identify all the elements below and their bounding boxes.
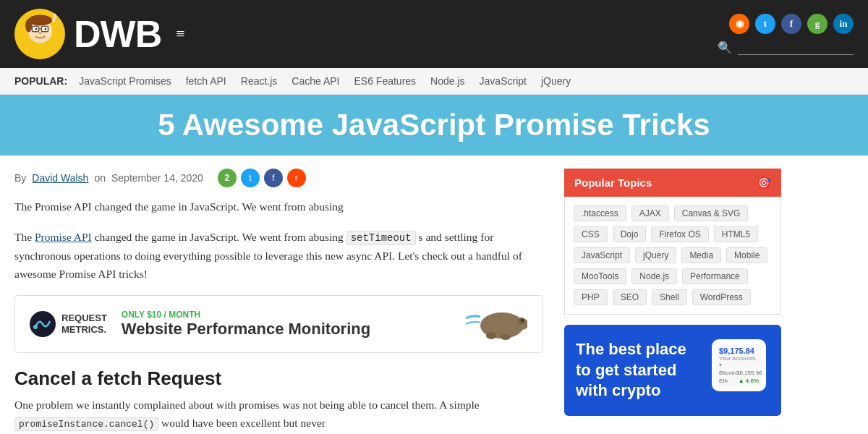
topic-mobile[interactable]: Mobile <box>726 247 767 263</box>
header-left: DWB ≡ <box>14 9 185 59</box>
header-right: ◉ t f g in 🔍 <box>718 14 854 55</box>
ad-logo-line2: METRICS. <box>61 324 107 336</box>
reddit-share-button[interactable]: r <box>287 169 306 187</box>
google-icon[interactable]: g <box>807 14 827 34</box>
section-heading-1: Cancel a fetch Request <box>14 367 542 390</box>
phone-bitcoin-row: Bitcoin $6,155.96 <box>719 370 759 376</box>
popular-link-6[interactable]: JavaScript <box>480 75 527 87</box>
topic-mootools[interactable]: MooTools <box>574 268 626 284</box>
crypto-ad-text: The best place to get started with crypt… <box>576 339 703 401</box>
topic-ajax[interactable]: AJAX <box>631 205 669 221</box>
ad-logo-text: REQUEST METRICS. <box>61 312 107 335</box>
by-text: By <box>14 172 26 184</box>
svg-point-3 <box>25 19 32 33</box>
ad-image <box>455 304 527 344</box>
topic-firefox-os[interactable]: Firefox OS <box>651 226 708 242</box>
settimeout-code: setTimeout <box>346 231 416 245</box>
ad-price: ONLY $10 / MONTH <box>122 310 441 320</box>
topic-css[interactable]: CSS <box>574 226 608 242</box>
crypto-phone: $9,175.84 Your Accounts ▾ Bitcoin $6,155… <box>712 339 770 391</box>
popular-link-1[interactable]: fetch API <box>186 75 226 87</box>
rss-icon[interactable]: ◉ <box>729 14 749 34</box>
topic-nodejs[interactable]: Node.js <box>631 268 677 284</box>
svg-point-6 <box>35 27 37 30</box>
target-icon: 🎯 <box>757 176 771 190</box>
topic-dojo[interactable]: Dojo <box>613 226 647 242</box>
search-icon: 🔍 <box>718 41 732 54</box>
topic-wordpress[interactable]: WordPress <box>692 289 751 305</box>
ad-headline: Website Performance Monitoring <box>122 320 441 339</box>
ad-logo-icon <box>30 311 56 337</box>
svg-point-21 <box>521 319 524 322</box>
topic-media[interactable]: Media <box>681 247 721 263</box>
site-title-text: DWB <box>74 12 161 56</box>
share-icons: 2 t f r <box>218 169 306 187</box>
promise-api-link-inline[interactable]: Promise API <box>35 231 92 243</box>
topics-body: .htaccess AJAX Canvas & SVG CSS Dojo Fir… <box>564 197 781 315</box>
ad-logo: REQUEST METRICS. <box>30 311 107 337</box>
eth-value: ▲ 4.6% <box>739 378 759 384</box>
crypto-ad-heading: The best place to get started with crypt… <box>576 339 703 401</box>
popular-bar: POPULAR: JavaScript Promises fetch API R… <box>0 68 868 95</box>
popular-link-3[interactable]: Cache API <box>292 75 339 87</box>
section-text-part1: One problem we instantly complained abou… <box>14 399 480 411</box>
author-line: By David Walsh on September 14, 2020 2 t… <box>14 169 542 187</box>
ad-main-text: ONLY $10 / MONTH Website Performance Mon… <box>122 310 441 339</box>
popular-link-4[interactable]: ES6 Features <box>354 75 417 87</box>
popular-link-7[interactable]: jQuery <box>541 75 571 87</box>
search-bar: 🔍 <box>718 40 854 55</box>
topic-performance[interactable]: Performance <box>682 268 748 284</box>
twitter-share-button[interactable]: t <box>241 169 260 187</box>
topic-javascript[interactable]: JavaScript <box>574 247 630 263</box>
bitcoin-label: Bitcoin <box>719 370 736 376</box>
section-text-1: One problem we instantly complained abou… <box>14 396 542 433</box>
menu-icon[interactable]: ≡ <box>176 25 184 43</box>
topic-htaccess[interactable]: .htaccess <box>574 205 626 221</box>
topic-html5[interactable]: HTML5 <box>714 226 758 242</box>
svg-point-15 <box>33 325 38 329</box>
topic-seo[interactable]: SEO <box>613 289 647 305</box>
bitcoin-value: $6,155.96 <box>736 370 762 376</box>
ad-logo-line1: REQUEST <box>61 312 107 324</box>
popular-link-0[interactable]: JavaScript Promises <box>79 75 171 87</box>
eth-label: Eth <box>719 378 728 384</box>
crypto-ad-banner[interactable]: The best place to get started with crypt… <box>564 325 781 416</box>
topic-shell[interactable]: Shell <box>652 289 687 305</box>
twitter-icon[interactable]: t <box>755 14 775 34</box>
main-layout: By David Walsh on September 14, 2020 2 t… <box>0 169 868 433</box>
hero-banner: 5 Awesome JavaScript Promise Tricks <box>0 95 868 156</box>
popular-topics-header: Popular Topics 🎯 <box>564 169 781 197</box>
article-date: September 14, 2020 <box>111 172 203 184</box>
popular-links: JavaScript Promises fetch API React.js C… <box>79 75 571 87</box>
social-icons-group: ◉ t f g in <box>729 14 854 34</box>
search-input[interactable] <box>738 40 854 55</box>
svg-point-7 <box>44 27 46 30</box>
phone-eth-row: Eth ▲ 4.6% <box>719 378 759 384</box>
ad-banner[interactable]: REQUEST METRICS. ONLY $10 / MONTH Websit… <box>14 295 542 353</box>
svg-point-13 <box>54 11 58 15</box>
phone-mockup: $9,175.84 Your Accounts ▾ Bitcoin $6,155… <box>712 339 766 391</box>
facebook-share-button[interactable]: f <box>264 169 283 187</box>
content-area: By David Walsh on September 14, 2020 2 t… <box>14 169 564 433</box>
article-intro: The Promise API changed the game in Java… <box>14 197 542 216</box>
phone-screen: $9,175.84 Your Accounts ▾ Bitcoin $6,155… <box>716 344 762 387</box>
popular-link-2[interactable]: React.js <box>241 75 278 87</box>
share-count[interactable]: 2 <box>218 169 237 187</box>
author-link[interactable]: David Walsh <box>32 172 88 184</box>
popular-topics-widget: Popular Topics 🎯 .htaccess AJAX Canvas &… <box>564 169 781 315</box>
facebook-icon[interactable]: f <box>781 14 801 34</box>
intro-text-1: The Promise API changed the game in Java… <box>14 200 344 213</box>
linkedin-icon[interactable]: in <box>833 14 854 34</box>
section-text-part2: would have been excellent but never <box>161 417 326 429</box>
site-logo[interactable] <box>14 9 65 59</box>
phone-label: Your Accounts ▾ <box>719 355 759 368</box>
popular-link-5[interactable]: Node.js <box>430 75 464 87</box>
popular-label: POPULAR: <box>14 75 67 87</box>
topic-canvas-svg[interactable]: Canvas & SVG <box>674 205 749 221</box>
cancel-code: promiseInstance.cancel() <box>14 417 158 431</box>
article-intro-full: The Promise API changed the game in Java… <box>14 228 542 284</box>
topic-jquery[interactable]: jQuery <box>635 247 676 263</box>
site-header: DWB ≡ ◉ t f g in 🔍 <box>0 0 868 68</box>
topic-php[interactable]: PHP <box>574 289 608 305</box>
on-text: on <box>94 172 106 184</box>
